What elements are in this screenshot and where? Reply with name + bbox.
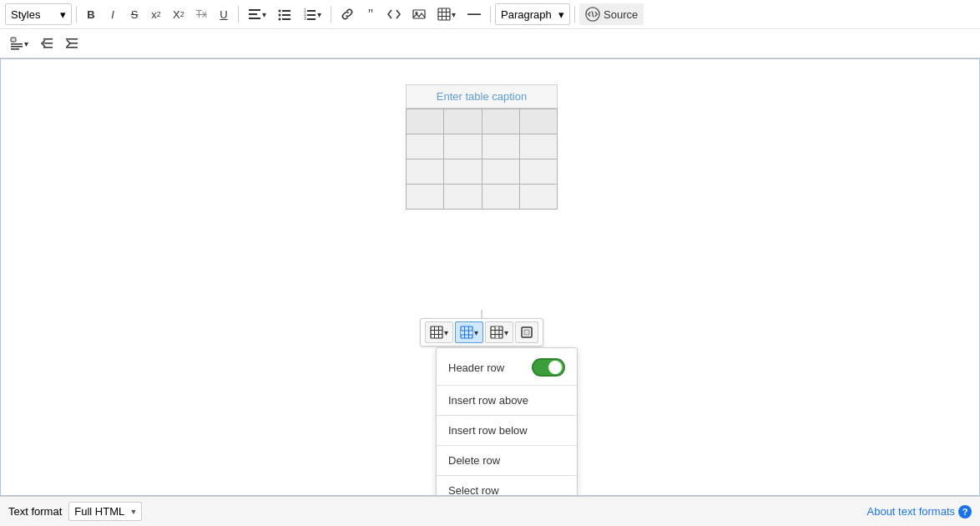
table-cell[interactable] [407,159,444,185]
header-row-toggle[interactable] [532,358,565,377]
table-cell[interactable] [482,109,519,134]
bullets-button[interactable] [273,3,296,25]
editor-table[interactable] [406,109,558,210]
table-cell[interactable] [482,185,519,210]
table-row [407,109,558,134]
image-button[interactable] [407,3,431,25]
table-cell[interactable] [519,109,557,134]
table-icon [437,8,451,21]
indent-button[interactable] [60,33,83,54]
bold-button[interactable]: B [81,3,101,25]
help-icon: ? [958,505,972,518]
row-dropdown-menu: Header row Insert row above Insert row b… [436,347,578,496]
underline-button[interactable]: U [214,3,234,25]
styles-dropdown[interactable]: Styles ▾ [5,3,72,25]
svg-rect-28 [43,38,53,40]
table-row [407,159,558,185]
toolbar-row1: Styles ▾ B I S x2 X2 Tx U ▾ [0,0,980,29]
insert-row-below-item[interactable]: Insert row below [437,417,577,443]
clear-format-icon: Tx [196,8,207,20]
svg-rect-27 [11,48,19,50]
text-format-label: Text format [8,505,62,518]
table-cell[interactable] [407,109,444,134]
source-label: Source [604,8,638,21]
image-icon [412,8,426,21]
svg-rect-46 [495,326,499,338]
svg-rect-14 [307,18,316,20]
cell-props-button[interactable] [515,321,538,343]
col-props-button[interactable]: ▾ [485,321,513,343]
table-cell[interactable] [482,134,519,159]
svg-point-5 [279,14,281,17]
table-cell[interactable] [519,134,557,159]
table-cell[interactable] [444,109,482,134]
paragraph-label: Paragraph [501,8,552,21]
row-props-chevron: ▾ [474,328,478,337]
subscript-button[interactable]: X2 [168,3,189,25]
hr-button[interactable]: — [462,3,486,25]
outdent-button[interactable] [35,33,58,54]
cell-props-icon [520,326,533,339]
clear-format-button[interactable]: Tx [191,3,212,25]
superscript-button[interactable]: x2 [146,3,166,25]
blockquote-button[interactable]: " [361,3,381,25]
row-props-button[interactable]: ▾ [455,321,483,343]
svg-rect-52 [524,330,529,335]
paragraph-chevron: ▾ [558,8,564,21]
link-button[interactable] [336,3,359,25]
row-props-icon [460,326,473,339]
delete-row-item[interactable]: Delete row [437,448,577,473]
table-cell[interactable] [444,134,482,159]
header-row-item[interactable]: Header row [437,352,577,383]
svg-rect-8 [282,18,290,20]
table-floating-toolbar: ▾ ▾ ▾ [420,318,543,346]
svg-line-23 [592,11,594,17]
svg-rect-31 [66,38,78,40]
numbered-list-button[interactable]: 1.2.3. ▾ [298,3,326,25]
divider5 [574,6,575,23]
table-row [407,134,558,159]
insert-row-above-item[interactable]: Insert row above [437,387,577,413]
underline-icon: U [220,8,227,21]
menu-divider3 [437,445,577,446]
code-button[interactable] [382,3,406,25]
text-format-group: Text format Full HTML [8,502,142,521]
svg-point-3 [279,10,281,13]
superscript-sup: 2 [157,10,161,18]
about-text-formats-link[interactable]: About text formats ? [867,505,972,518]
table-cell[interactable] [407,134,444,159]
strikethrough-button[interactable]: S [124,3,144,25]
align-button[interactable]: ▾ [243,3,271,25]
editor-area[interactable]: Enter table caption [0,58,980,496]
select-row-item[interactable]: Select row [437,478,577,496]
table-cell[interactable] [519,185,557,210]
table-cell[interactable] [444,185,482,210]
format-select[interactable]: Full HTML [68,502,142,521]
bullets-icon [278,8,291,21]
svg-rect-2 [249,18,260,19]
subscript-base: X [173,8,180,21]
svg-rect-4 [282,10,290,12]
source-icon [585,7,600,22]
table-caption[interactable]: Enter table caption [406,84,558,109]
svg-rect-30 [43,47,53,48]
divider1 [76,6,77,23]
svg-rect-26 [11,46,23,48]
table-cell[interactable] [444,159,482,185]
table-button[interactable]: ▾ [432,3,461,25]
table-props-button[interactable]: ▾ [425,321,453,343]
svg-rect-34 [431,326,442,338]
indent-image-button[interactable]: ▾ [5,33,33,54]
align-chevron: ▾ [262,10,266,19]
format-select-wrapper: Full HTML [68,502,142,521]
italic-button[interactable]: I [103,3,123,25]
source-button[interactable]: Source [579,3,644,25]
numbered-chevron: ▾ [317,10,321,19]
divider3 [331,6,331,23]
link-icon [341,8,354,21]
table-cell[interactable] [407,185,444,210]
paragraph-dropdown[interactable]: Paragraph ▾ [495,3,570,25]
table-cell[interactable] [482,159,519,185]
svg-rect-12 [307,14,316,16]
table-cell[interactable] [519,159,557,185]
